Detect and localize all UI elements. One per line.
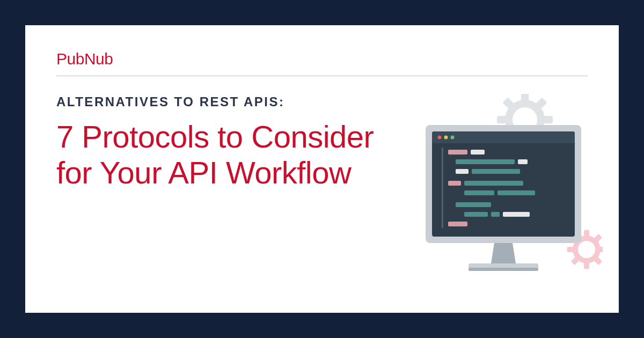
- svg-rect-39: [448, 222, 467, 226]
- svg-rect-12: [567, 247, 574, 252]
- svg-rect-30: [472, 169, 520, 174]
- svg-point-23: [451, 136, 455, 139]
- svg-point-21: [438, 136, 442, 139]
- svg-rect-41: [469, 268, 538, 271]
- svg-rect-32: [464, 181, 523, 186]
- monitor-code-illustration: [404, 94, 603, 298]
- svg-rect-27: [456, 159, 515, 164]
- svg-rect-28: [518, 159, 528, 164]
- svg-rect-37: [491, 212, 500, 217]
- svg-rect-13: [599, 247, 603, 252]
- headline-text: 7 Protocols to Consider for Your API Wor…: [56, 119, 400, 190]
- svg-rect-10: [584, 230, 589, 237]
- svg-rect-26: [471, 150, 485, 155]
- svg-rect-38: [503, 212, 530, 217]
- svg-point-22: [444, 136, 448, 139]
- svg-rect-11: [584, 262, 589, 269]
- brand-logo: PubNub: [56, 50, 588, 68]
- promo-card: PubNub ALTERNATIVES TO REST APIS: 7 Prot…: [25, 25, 619, 313]
- svg-rect-33: [464, 190, 494, 195]
- svg-rect-24: [442, 148, 443, 228]
- svg-rect-35: [456, 202, 491, 207]
- svg-rect-31: [448, 181, 461, 186]
- svg-rect-25: [448, 150, 467, 155]
- divider: [56, 76, 588, 76]
- svg-rect-3: [497, 116, 507, 123]
- svg-rect-1: [521, 94, 529, 101]
- svg-rect-4: [543, 116, 553, 123]
- monitor-icon: [426, 125, 581, 271]
- svg-rect-29: [456, 169, 469, 174]
- svg-rect-34: [497, 190, 535, 195]
- svg-rect-36: [464, 212, 488, 217]
